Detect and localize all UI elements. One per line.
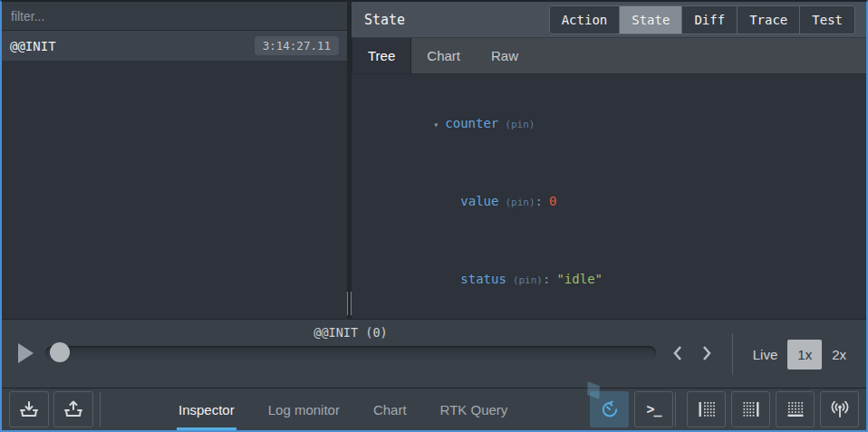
import-icon (18, 399, 40, 419)
tree-key[interactable]: counter (445, 116, 498, 130)
divider-drag-handle-icon[interactable] (347, 292, 352, 315)
filter-bar (2, 2, 347, 31)
speed-selector: Live 1x 2x (743, 340, 856, 370)
timeline-slider-track[interactable] (45, 346, 656, 360)
action-list-item[interactable]: @@INIT 3:14:27.11 (2, 31, 347, 62)
import-button[interactable] (9, 391, 49, 427)
tab-rtk-query[interactable]: RTK Query (439, 389, 510, 430)
chevron-left-icon (671, 345, 684, 361)
tab-action[interactable]: Action (550, 6, 621, 34)
action-timestamp-badge[interactable]: 3:14:27.11 (255, 36, 339, 55)
current-action-label: @@INIT (0) (45, 325, 656, 340)
inspector-tab-group: Action State Diff Trace Test (549, 5, 855, 34)
dispatcher-button[interactable]: >_ (634, 391, 673, 427)
signal-icon (828, 399, 852, 419)
tab-chart[interactable]: Chart (371, 389, 409, 430)
action-name: @@INIT (10, 39, 56, 53)
dock-right-button[interactable] (731, 391, 770, 427)
tab-trace[interactable]: Trace (738, 6, 800, 34)
panel-resize-divider[interactable] (347, 2, 352, 319)
panel-title: State (364, 12, 405, 28)
export-icon (63, 399, 84, 419)
main-split: @@INIT 3:14:27.11 State Action State Dif… (2, 2, 866, 319)
tab-diff[interactable]: Diff (682, 6, 738, 34)
action-list-panel: @@INIT 3:14:27.11 (2, 2, 347, 319)
dock-bottom-button[interactable] (776, 391, 815, 427)
dock-bottom-icon (786, 400, 805, 418)
bottom-toolbar: Inspector Log monitor Chart RTK Query >_ (2, 388, 866, 430)
dock-left-icon (697, 400, 717, 418)
playback-bar: @@INIT (0) Live 1x 2x (2, 319, 866, 388)
pin-button[interactable]: (pin) (513, 274, 543, 286)
state-inspector-panel: State Action State Diff Trace Test Tree … (352, 2, 866, 319)
filter-input[interactable] (11, 9, 338, 24)
pin-button[interactable]: (pin) (505, 119, 535, 130)
key-value-separator: : (543, 272, 550, 286)
key-value-separator: : (535, 194, 543, 208)
dock-right-icon (741, 400, 761, 418)
tab-test[interactable]: Test (800, 6, 854, 34)
tree-key[interactable]: status (460, 272, 506, 286)
stopwatch-icon (600, 399, 620, 419)
pin-button[interactable]: (pin) (505, 197, 535, 208)
redux-devtools-window: @@INIT 3:14:27.11 State Action State Dif… (0, 0, 868, 432)
inspector-header: State Action State Diff Trace Test (352, 2, 866, 38)
step-forward-button[interactable] (693, 338, 720, 369)
subtab-chart[interactable]: Chart (411, 38, 476, 73)
speed-live[interactable]: Live (743, 340, 788, 370)
tree-node-value[interactable]: value(pin):0 (357, 163, 866, 241)
tree-value-string: "idle" (556, 272, 603, 286)
tab-state[interactable]: State (620, 6, 682, 34)
tree-key[interactable]: value (460, 194, 498, 208)
toolbar-right-icons: >_ (584, 391, 859, 427)
speed-1x[interactable]: 1x (787, 340, 822, 370)
playback-divider (732, 333, 733, 375)
step-back-button[interactable] (664, 338, 691, 369)
tab-inspector[interactable]: Inspector (177, 389, 236, 430)
action-list-empty-area (2, 62, 347, 319)
play-button[interactable] (18, 343, 34, 363)
subtab-raw[interactable]: Raw (476, 38, 534, 73)
remote-button[interactable] (820, 391, 859, 427)
monitor-tabs: Inspector Log monitor Chart RTK Query (177, 389, 509, 430)
record-toggle-button[interactable] (590, 391, 629, 427)
dock-left-button[interactable] (687, 391, 726, 427)
state-tree: ▾counter(pin) value(pin):0 status(pin):"… (352, 74, 866, 319)
chevron-right-icon (700, 345, 713, 361)
tree-node-counter[interactable]: ▾counter(pin) (357, 85, 866, 163)
toolbar-divider (675, 392, 676, 427)
tab-log-monitor[interactable]: Log monitor (266, 389, 342, 430)
timeline-slider-thumb[interactable] (50, 342, 70, 362)
subtab-tree[interactable]: Tree (352, 38, 411, 73)
state-view-subtabs: Tree Chart Raw (352, 38, 866, 74)
speed-2x[interactable]: 2x (822, 340, 856, 370)
tree-value-number: 0 (549, 194, 556, 208)
tree-node-status[interactable]: status(pin):"idle" (357, 241, 866, 319)
terminal-icon: >_ (646, 401, 661, 418)
toolbar-divider (100, 392, 101, 427)
export-button[interactable] (53, 391, 93, 427)
collapse-arrow-icon[interactable]: ▾ (433, 112, 445, 138)
